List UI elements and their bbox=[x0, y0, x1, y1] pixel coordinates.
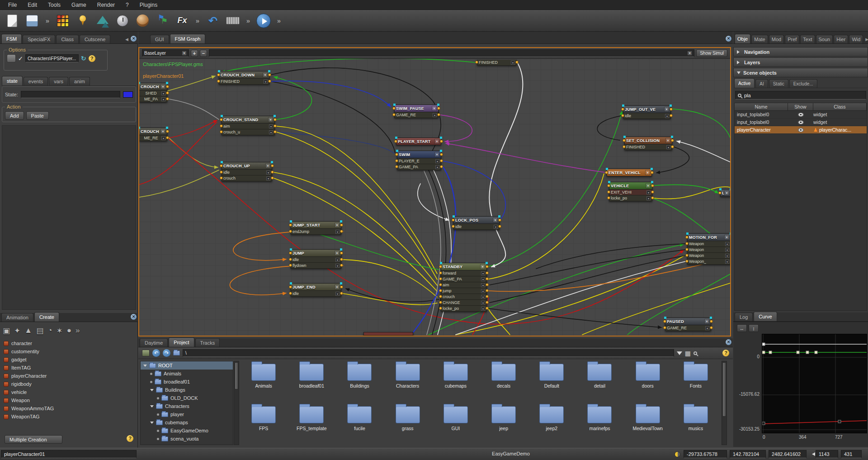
node-transition-row[interactable]: locke_po bbox=[609, 195, 652, 201]
tab-text[interactable]: Text bbox=[800, 35, 815, 43]
box-icon[interactable]: ▣ bbox=[3, 326, 10, 336]
tab-hier[interactable]: Hier bbox=[834, 35, 848, 43]
tab-exclude[interactable]: Exclude... bbox=[789, 79, 817, 88]
help-icon[interactable] bbox=[127, 435, 133, 442]
row-dropdown-icon[interactable] bbox=[725, 242, 729, 246]
node-transition-row[interactable]: aim bbox=[441, 282, 487, 288]
row-dropdown-icon[interactable] bbox=[481, 307, 485, 311]
port-dot[interactable] bbox=[340, 258, 343, 261]
tab-soun[interactable]: Soun bbox=[816, 35, 833, 43]
speaker-icon[interactable] bbox=[810, 452, 815, 456]
eye-icon[interactable] bbox=[798, 120, 804, 124]
node-dropdown-icon[interactable] bbox=[434, 139, 439, 144]
tab-static[interactable]: Static bbox=[769, 79, 788, 88]
create-item-itemtag[interactable]: ItemTAG bbox=[1, 364, 137, 372]
curve-keyframe[interactable] bbox=[769, 351, 772, 354]
tree-item-player[interactable]: player bbox=[141, 410, 233, 418]
tab-fsm-graph[interactable]: FSM Graph bbox=[170, 34, 206, 43]
menu-item-file[interactable]: File bbox=[3, 0, 22, 10]
port-dot[interactable] bbox=[289, 251, 292, 255]
tab-specialfx[interactable]: SpecialFX bbox=[23, 35, 55, 43]
close-icon[interactable] bbox=[726, 36, 731, 42]
port-dot[interactable] bbox=[439, 271, 442, 275]
scene-object-visibility[interactable] bbox=[788, 113, 813, 117]
menu-item-game[interactable]: Game bbox=[66, 0, 92, 10]
node-transition-row[interactable]: CHANGE bbox=[441, 300, 487, 306]
port-dot[interactable] bbox=[220, 176, 223, 180]
tab-mod[interactable]: Mod bbox=[769, 35, 784, 43]
fsm-node-crouch[interactable]: CROUCHME_RE bbox=[139, 128, 167, 141]
fsm-node-fragment[interactable]: FINISHED bbox=[477, 60, 517, 66]
port-dot[interactable] bbox=[621, 108, 624, 111]
port-dot[interactable] bbox=[670, 114, 673, 117]
port-dot[interactable] bbox=[685, 242, 689, 245]
port-dot[interactable] bbox=[340, 264, 343, 267]
curve-plot[interactable] bbox=[762, 334, 867, 433]
chevron-right-icon[interactable]: ▶ bbox=[864, 37, 868, 42]
port-dot[interactable] bbox=[607, 190, 610, 194]
fsm-node-paused[interactable]: PAUSEDGAME_RE bbox=[665, 318, 711, 331]
port-dot[interactable] bbox=[271, 164, 274, 167]
column-header-class[interactable]: Class bbox=[813, 103, 867, 110]
close-icon[interactable] bbox=[131, 36, 137, 42]
node-transition-row[interactable]: GAME_PA bbox=[397, 164, 441, 170]
tab-active[interactable]: Active bbox=[734, 78, 755, 88]
toolbar-fx-button[interactable]: Fx bbox=[174, 12, 191, 30]
node-transition-row[interactable]: jump bbox=[441, 288, 487, 294]
folder-item-fucile[interactable]: fucile bbox=[335, 403, 383, 446]
port-dot[interactable] bbox=[486, 295, 489, 298]
action-list-area[interactable] bbox=[2, 125, 136, 310]
node-title-bar[interactable]: SWIM_PAUSE bbox=[394, 104, 439, 112]
port-dot[interactable] bbox=[452, 218, 455, 222]
tab-ai[interactable]: AI bbox=[755, 79, 768, 88]
node-title-bar[interactable]: ENTER_VEHICL bbox=[607, 169, 652, 176]
port-dot[interactable] bbox=[439, 295, 442, 298]
toolbar-undo-button[interactable]: ↶ bbox=[204, 12, 222, 30]
row-dropdown-icon[interactable] bbox=[161, 136, 165, 140]
tree-scrollbar[interactable] bbox=[234, 361, 239, 445]
node-dropdown-icon[interactable] bbox=[724, 235, 729, 240]
port-dot[interactable] bbox=[166, 136, 169, 139]
fsm-node-lock-pos[interactable]: LOCK_POSidle bbox=[453, 216, 500, 230]
particle-icon[interactable]: ✶ bbox=[56, 326, 62, 336]
create-item-customentity[interactable]: customentity bbox=[1, 347, 137, 356]
port-dot[interactable] bbox=[440, 153, 443, 156]
tab-tracks[interactable]: Tracks bbox=[195, 338, 220, 347]
folder-item-gui[interactable]: GUI bbox=[432, 403, 480, 446]
port-dot[interactable] bbox=[718, 191, 722, 194]
fsm-node-set-collision[interactable]: SET_COLLISIONFINISHED bbox=[624, 137, 672, 150]
row-dropdown-icon[interactable] bbox=[266, 171, 270, 175]
node-transition-row[interactable]: idle bbox=[222, 170, 272, 175]
port-dot[interactable] bbox=[670, 108, 673, 111]
row-dropdown-icon[interactable] bbox=[725, 248, 729, 252]
fsm-node-player-start[interactable]: PLAYER_START bbox=[396, 138, 441, 145]
state-color-swatch[interactable] bbox=[123, 91, 133, 98]
port-dot[interactable] bbox=[289, 264, 292, 267]
row-dropdown-icon[interactable] bbox=[481, 277, 485, 281]
path-field[interactable]: \ bbox=[183, 349, 674, 357]
port-dot[interactable] bbox=[486, 301, 489, 304]
help-icon[interactable] bbox=[89, 55, 95, 62]
port-dot[interactable] bbox=[289, 285, 292, 289]
folder-item-fonts[interactable]: Fonts bbox=[672, 361, 720, 403]
node-transition-row[interactable]: Weapon bbox=[687, 253, 731, 259]
row-dropdown-icon[interactable] bbox=[646, 196, 651, 200]
port-dot[interactable] bbox=[515, 61, 519, 64]
create-item-weapon[interactable]: Weapon bbox=[1, 396, 137, 404]
close-icon[interactable] bbox=[726, 339, 731, 345]
port-dot[interactable] bbox=[607, 196, 610, 199]
port-dot[interactable] bbox=[289, 258, 292, 261]
folder-item-doors[interactable]: doors bbox=[624, 361, 672, 403]
create-item-vehicle[interactable]: vehicle bbox=[1, 388, 137, 396]
node-dropdown-icon[interactable] bbox=[434, 152, 439, 157]
scrollbar-thumb[interactable] bbox=[235, 362, 238, 389]
node-transition-row[interactable]: crouch bbox=[441, 294, 487, 300]
port-dot[interactable] bbox=[685, 260, 689, 263]
row-dropdown-icon[interactable] bbox=[435, 159, 439, 163]
port-dot[interactable] bbox=[486, 307, 489, 310]
port-dot[interactable] bbox=[439, 277, 442, 280]
tab-obje[interactable]: Obje bbox=[735, 34, 750, 43]
curve-line[interactable] bbox=[762, 421, 867, 424]
folder-item-musics[interactable]: musics bbox=[672, 403, 720, 446]
port-dot[interactable] bbox=[439, 289, 442, 292]
